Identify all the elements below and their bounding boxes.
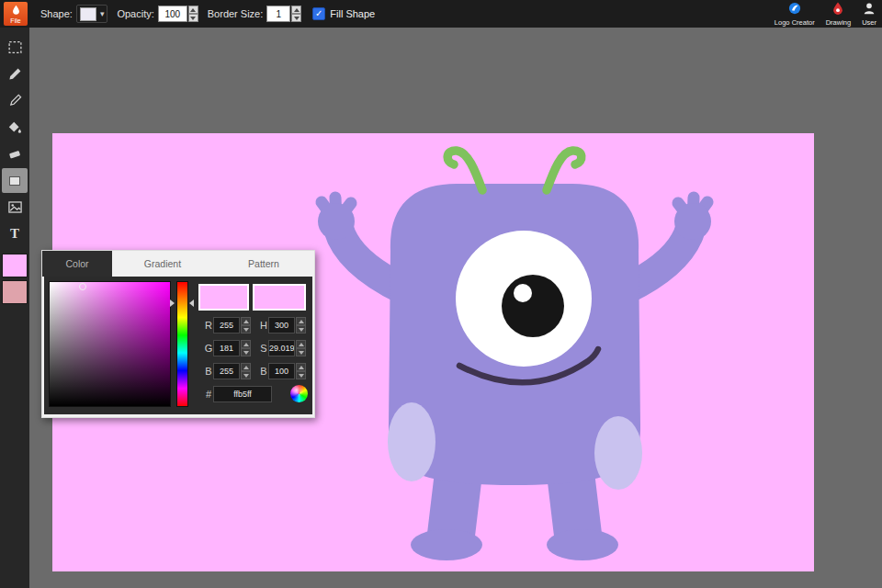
saturation-cursor[interactable]: [79, 283, 86, 290]
border-size-input[interactable]: [266, 6, 290, 22]
text-tool-glyph: T: [10, 226, 19, 242]
saturation-square[interactable]: [49, 281, 171, 407]
border-size-down-button[interactable]: [291, 14, 301, 22]
shape-label: Shape:: [40, 8, 73, 19]
brightness-stepper: [296, 363, 306, 379]
hue-stepper: [296, 317, 306, 334]
brightness-input[interactable]: [268, 363, 295, 379]
border-size-up-button[interactable]: [291, 6, 301, 14]
opacity-up-button[interactable]: [188, 6, 198, 14]
saturation-label: S: [259, 343, 268, 354]
marquee-icon: [7, 40, 23, 55]
saturation-stepper: [296, 340, 306, 356]
blue-down-button[interactable]: [241, 371, 251, 379]
red-up-button[interactable]: [241, 317, 251, 325]
pen-icon: [8, 94, 22, 107]
saturation-input[interactable]: [268, 340, 295, 356]
saturation-up-button[interactable]: [296, 340, 306, 348]
photo-editor-app: File Shape: Opacity: Border Size: Fill: [0, 0, 882, 588]
drawing-icon: [831, 2, 844, 17]
file-button[interactable]: File: [4, 2, 28, 26]
tab-pattern[interactable]: Pattern: [213, 251, 314, 277]
brightness-label: B: [259, 366, 268, 377]
file-button-label: File: [10, 17, 20, 24]
chevron-down-icon: [100, 9, 105, 18]
logo-creator-button[interactable]: Logo Creator: [775, 2, 815, 27]
opacity-label: Opacity:: [117, 8, 153, 19]
color-wheel-icon[interactable]: [290, 385, 308, 402]
text-tool[interactable]: T: [2, 221, 28, 246]
workspace: Color Gradient Pattern R: [29, 28, 882, 588]
fill-bucket-icon: [7, 120, 22, 135]
pencil-icon: [7, 67, 22, 82]
user-label: User: [862, 18, 876, 27]
color-picker-panel: Color Gradient Pattern R: [41, 250, 315, 418]
fill-shape-checkbox[interactable]: [312, 7, 325, 20]
pen-tool[interactable]: [2, 88, 28, 113]
red-down-button[interactable]: [241, 325, 251, 334]
border-size-stepper: [291, 6, 301, 22]
drawing-label: Drawing: [826, 18, 852, 27]
image-icon: [7, 199, 23, 215]
eraser-tool[interactable]: [2, 141, 28, 166]
logo-creator-icon: [788, 2, 801, 17]
user-icon: [863, 2, 876, 17]
previous-color-swatch: [253, 284, 306, 311]
primary-color-swatch[interactable]: [2, 254, 28, 277]
tab-gradient[interactable]: Gradient: [112, 251, 213, 277]
hex-prefix-label: #: [204, 389, 213, 400]
logo-creator-label: Logo Creator: [775, 18, 815, 27]
red-label: R: [204, 320, 213, 331]
shape-swatch: [80, 7, 96, 21]
brightness-down-button[interactable]: [296, 371, 306, 379]
brightness-up-button[interactable]: [296, 363, 306, 371]
opacity-stepper: [188, 6, 198, 22]
tools-sidebar: T: [0, 28, 29, 588]
hue-label: H: [259, 320, 268, 331]
top-toolbar: File Shape: Opacity: Border Size: Fill: [0, 0, 882, 28]
red-input[interactable]: [213, 317, 240, 334]
hex-input[interactable]: [213, 386, 272, 402]
shape-rectangle-icon: [7, 174, 22, 188]
hue-up-button[interactable]: [296, 317, 306, 325]
color-picker-body: R H G: [44, 277, 312, 414]
current-color-swatch: [198, 284, 249, 311]
marquee-select-tool[interactable]: [2, 35, 28, 60]
pencil-tool[interactable]: [2, 62, 28, 86]
user-button[interactable]: User: [862, 2, 876, 27]
opacity-input[interactable]: [158, 6, 187, 22]
green-label: G: [204, 343, 213, 354]
shape-dropdown[interactable]: [76, 5, 108, 23]
green-input[interactable]: [213, 340, 240, 356]
hue-marker-right-icon: [189, 300, 194, 307]
drawing-button[interactable]: Drawing: [826, 2, 852, 27]
hue-marker-left-icon: [170, 300, 175, 307]
topbar-app-switcher: Logo Creator Drawing Use: [775, 0, 876, 28]
border-size-label: Border Size:: [208, 8, 264, 19]
fill-bucket-tool[interactable]: [2, 115, 28, 140]
blue-up-button[interactable]: [241, 363, 251, 371]
saturation-down-button[interactable]: [296, 348, 306, 356]
opacity-down-button[interactable]: [188, 14, 198, 22]
blue-stepper: [241, 363, 251, 379]
secondary-color-swatch[interactable]: [2, 280, 28, 304]
fill-shape-label: Fill Shape: [330, 8, 375, 19]
green-down-button[interactable]: [241, 348, 251, 356]
fill-shape-toggle[interactable]: Fill Shape: [312, 7, 375, 20]
hue-down-button[interactable]: [296, 325, 306, 334]
image-tool[interactable]: [2, 195, 28, 220]
hue-input[interactable]: [268, 317, 295, 334]
paint-drop-icon: [11, 4, 21, 17]
shape-tool[interactable]: [2, 168, 28, 193]
green-stepper: [241, 340, 251, 356]
blue-input[interactable]: [213, 363, 240, 379]
green-up-button[interactable]: [241, 340, 251, 348]
blue-label: B: [204, 366, 213, 377]
hue-slider[interactable]: [176, 281, 188, 407]
eraser-icon: [7, 147, 22, 162]
red-stepper: [241, 317, 251, 334]
tab-color[interactable]: Color: [42, 251, 112, 277]
color-picker-tabs: Color Gradient Pattern: [42, 251, 314, 277]
